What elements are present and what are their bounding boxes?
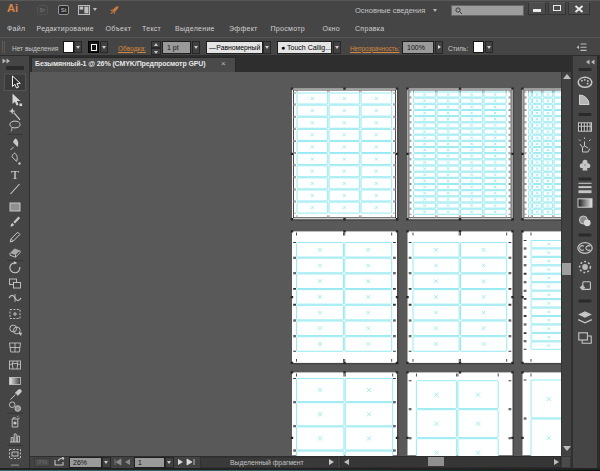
- svg-text:T: T: [11, 167, 19, 182]
